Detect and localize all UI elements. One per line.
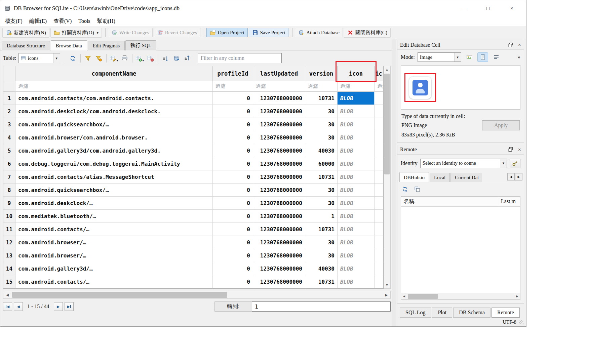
column-header-last-modified[interactable]: Last m: [499, 197, 520, 206]
cell-icon[interactable]: BLOB: [338, 223, 375, 236]
remote-tab-dbhub-io[interactable]: DBHub.io: [399, 172, 429, 182]
cell-profileId[interactable]: 0: [213, 118, 253, 131]
cell-lastUpdated[interactable]: 1230768000000: [253, 249, 305, 262]
next-page-button[interactable]: ▶: [54, 302, 63, 311]
identity-select[interactable]: Select an identity to conne ▾: [420, 159, 507, 168]
first-page-button[interactable]: ◀: [3, 302, 12, 311]
float-panel-icon[interactable]: [508, 147, 514, 153]
remote-tab-local[interactable]: Local: [430, 173, 450, 182]
cell-profileId[interactable]: 0: [213, 210, 253, 223]
print-button[interactable]: [120, 53, 130, 63]
cell-componentName[interactable]: com.android.browser/com.android.browser.: [15, 131, 213, 144]
scroll-right-icon[interactable]: ▶: [514, 293, 520, 299]
cell-profileId[interactable]: 0: [213, 105, 253, 118]
cell-icon[interactable]: BLOB: [338, 184, 375, 197]
cell-profileId[interactable]: 0: [213, 197, 253, 210]
open-project-button[interactable]: Open Project: [206, 28, 248, 37]
tab-edit-pragmas[interactable]: Edit Pragmas: [88, 41, 125, 50]
cell-componentName[interactable]: com.android.contacts/com.android.contact…: [15, 92, 213, 105]
clear-filter-button[interactable]: [94, 53, 104, 63]
cell-lastUpdated[interactable]: 1230768000000: [253, 262, 305, 275]
identity-settings-button[interactable]: [510, 159, 520, 168]
remote-horizontal-scrollbar[interactable]: ◀ ▶: [401, 293, 520, 299]
float-panel-icon[interactable]: [508, 42, 514, 48]
save-project-button[interactable]: Save Project: [249, 28, 289, 37]
sort-asc-button[interactable]: [161, 53, 171, 63]
scroll-right-icon[interactable]: ▶: [382, 291, 390, 298]
column-header-profileId[interactable]: profileId: [213, 66, 253, 81]
dock-tab-db-schema[interactable]: DB Schema: [453, 308, 490, 318]
filter-input-profileId[interactable]: 過濾: [213, 81, 253, 92]
vertical-scrollbar[interactable]: ▲ ▼: [384, 66, 391, 289]
revert-changes-button[interactable]: Revert Changes: [154, 28, 200, 37]
mode-select[interactable]: Image ▾: [418, 52, 461, 62]
cell-profileId[interactable]: 0: [213, 223, 253, 236]
cell-lastUpdated[interactable]: 1230768000000: [253, 144, 305, 157]
text-view-button[interactable]: [477, 52, 488, 62]
refresh-button[interactable]: [68, 53, 78, 63]
close-panel-icon[interactable]: ×: [518, 147, 521, 153]
column-header-componentName[interactable]: componentName: [15, 66, 213, 81]
cell-componentName[interactable]: com.mediatek.bluetooth/…: [15, 210, 213, 223]
cell-icon[interactable]: BLOB: [338, 197, 375, 210]
edit-record-button[interactable]: ▾: [109, 53, 119, 63]
prev-page-button[interactable]: ◀: [14, 302, 23, 311]
cell-icon[interactable]: BLOB: [338, 105, 375, 118]
tab-database-structure[interactable]: Database Structure: [2, 41, 50, 50]
cell-extra[interactable]: [375, 223, 383, 236]
cell-icon[interactable]: BLOB: [338, 118, 375, 131]
cell-componentName[interactable]: com.android.browser/…: [15, 236, 213, 249]
cell-version[interactable]: 40030: [305, 262, 338, 275]
cell-version[interactable]: 10731: [305, 92, 338, 105]
menu-tools[interactable]: Tools: [75, 17, 93, 25]
clone-database-button[interactable]: [413, 185, 422, 194]
close-icon-button[interactable]: ×: [500, 0, 523, 16]
word-wrap-button[interactable]: [491, 52, 502, 62]
cell-componentName[interactable]: com.android.quicksearchbox/…: [15, 184, 213, 197]
goto-button[interactable]: 轉到:: [214, 301, 252, 312]
cell-componentName[interactable]: com.android.gallery3d/com.android.galler…: [15, 144, 213, 157]
cell-icon[interactable]: BLOB: [338, 157, 375, 170]
new-record-button[interactable]: ▾: [135, 53, 145, 63]
cell-icon[interactable]: BLOB: [338, 210, 375, 223]
cell-profileId[interactable]: 0: [213, 275, 253, 288]
tab-execute-sql[interactable]: 執行 SQL: [125, 40, 156, 50]
cell-version[interactable]: 30: [305, 249, 338, 262]
cell-lastUpdated[interactable]: 1230768000000: [253, 170, 305, 184]
maximize-button[interactable]: □: [476, 0, 500, 16]
vertical-scrollbar-thumb[interactable]: [384, 74, 390, 174]
import-image-button[interactable]: [464, 52, 475, 62]
cell-version[interactable]: 10731: [305, 170, 338, 184]
menu-edit[interactable]: 編輯(E): [26, 17, 50, 26]
cell-profileId[interactable]: 0: [213, 249, 253, 262]
cell-extra[interactable]: [375, 144, 383, 157]
menu-file[interactable]: 檔案(F): [2, 17, 26, 26]
cell-extra[interactable]: [375, 131, 383, 144]
cell-extra[interactable]: [375, 184, 383, 197]
cell-extra[interactable]: [375, 210, 383, 223]
cell-componentName[interactable]: com.android.gallery3d/…: [15, 262, 213, 275]
cell-profileId[interactable]: 0: [213, 262, 253, 275]
filter-input-lastUpdated[interactable]: 過濾: [253, 81, 305, 92]
cell-lastUpdated[interactable]: 1230768000000: [253, 275, 305, 288]
tab-browse-data[interactable]: Browse Data: [51, 40, 87, 50]
cell-lastUpdated[interactable]: 1230768000000: [253, 223, 305, 236]
cell-extra[interactable]: [375, 92, 383, 105]
goto-page-input[interactable]: [252, 301, 391, 312]
cell-lastUpdated[interactable]: 1230768000000: [253, 197, 305, 210]
horizontal-scrollbar[interactable]: ◀ ▶: [3, 291, 391, 299]
cell-extra[interactable]: [375, 262, 383, 275]
cell-extra[interactable]: [375, 118, 383, 131]
delete-record-button[interactable]: [146, 53, 156, 63]
cell-extra[interactable]: [375, 157, 383, 170]
cell-profileId[interactable]: 0: [213, 92, 253, 105]
cell-profileId[interactable]: 0: [213, 236, 253, 249]
filter-input-icon[interactable]: 過濾: [338, 81, 375, 92]
scroll-down-icon[interactable]: ▼: [384, 282, 390, 288]
cell-icon[interactable]: BLOB: [338, 262, 375, 275]
cell-icon[interactable]: BLOB: [338, 236, 375, 249]
open-database-button[interactable]: 打開資料庫(O)▾: [50, 28, 102, 38]
filter-input-extra[interactable]: 過濾: [375, 81, 383, 92]
close-panel-icon[interactable]: ×: [518, 42, 521, 48]
cell-extra[interactable]: [375, 170, 383, 184]
